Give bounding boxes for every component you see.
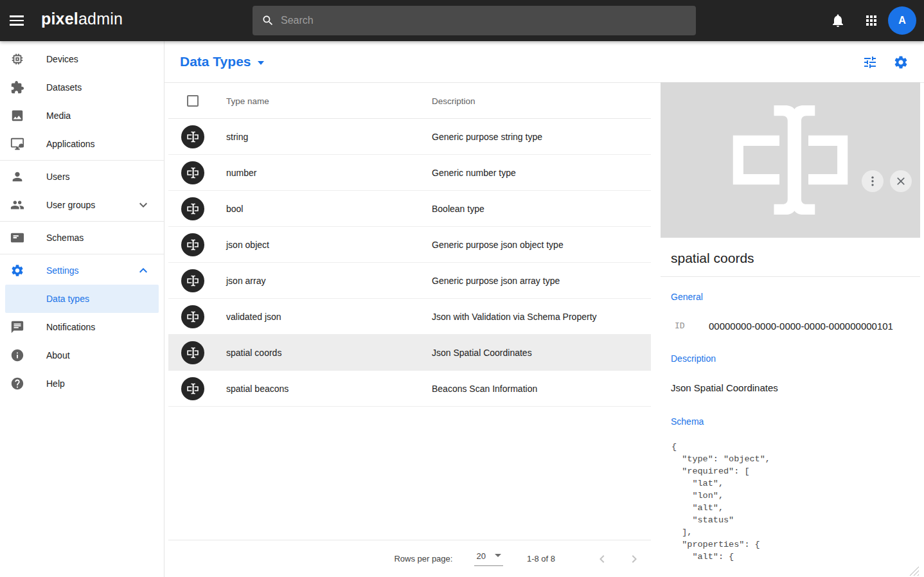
select-all-checkbox[interactable] [187, 95, 199, 107]
column-header-type-name: Type name [226, 96, 432, 106]
type-name-cell: json object [226, 240, 432, 250]
data-type-icon [181, 161, 204, 184]
help-icon [10, 376, 25, 391]
data-types-table: Type name Description string Generic pur… [168, 84, 651, 577]
search-bar[interactable] [253, 6, 696, 35]
table-header-row: Type name Description [168, 84, 651, 119]
description-cell: Beacons Scan Information [432, 384, 537, 394]
type-name-cell: bool [226, 204, 432, 214]
rows-per-page-select[interactable]: 20 [474, 551, 502, 566]
sidebar-item-datasets[interactable]: Datasets [0, 73, 164, 102]
data-type-icon [181, 233, 204, 256]
sidebar-item-label: Media [46, 111, 71, 121]
resize-grip-icon[interactable] [908, 565, 920, 576]
chevron-up-icon[interactable] [136, 263, 151, 278]
pagination-range: 1-8 of 8 [527, 554, 555, 564]
sidebar: Devices Datasets Media Applications User… [0, 41, 164, 577]
sidebar-item-label: User groups [46, 200, 95, 210]
caret-down-icon [258, 61, 264, 65]
rows-per-page-label: Rows per page: [394, 554, 452, 564]
sidebar-item-data-types[interactable]: Data types [5, 285, 159, 313]
sidebar-divider [0, 254, 164, 254]
gear-icon [10, 263, 25, 278]
chevron-down-icon[interactable] [136, 197, 151, 213]
sidebar-item-user-groups[interactable]: User groups [0, 191, 164, 219]
column-header-description: Description [432, 96, 475, 106]
search-input[interactable] [281, 15, 687, 26]
sidebar-item-label: Data types [46, 294, 89, 304]
sidebar-item-schemas[interactable]: Schemas [0, 224, 164, 252]
data-type-icon [181, 341, 204, 364]
memory-icon [10, 51, 25, 67]
sidebar-item-label: Datasets [46, 82, 82, 93]
table-row[interactable]: bool Boolean type [168, 191, 651, 227]
user-avatar[interactable]: A [888, 6, 916, 35]
sidebar-item-label: About [46, 350, 70, 360]
description-cell: Generic purpose string type [432, 132, 542, 142]
table-row[interactable]: spatial beacons Beacons Scan Information [168, 371, 651, 407]
table-row[interactable]: number Generic number type [168, 155, 651, 191]
data-type-icon [181, 377, 204, 400]
app-logo: pixeladmin [41, 10, 123, 28]
app-window: pixeladmin A Devices Datasets Media Appl… [0, 0, 924, 577]
table-row[interactable]: json object Generic purpose json object … [168, 227, 651, 263]
detail-title: spatial coords [661, 238, 920, 277]
schema-code-block: { "type": "object", "required": [ "lat",… [671, 441, 910, 563]
person-icon [10, 169, 25, 184]
previous-page-icon[interactable] [594, 551, 610, 567]
type-name-cell: spatial coords [226, 348, 432, 358]
apps-grid-icon[interactable] [864, 13, 879, 28]
next-page-icon[interactable] [626, 551, 642, 567]
filter-tune-icon[interactable] [862, 55, 878, 70]
description-cell: Generic number type [432, 168, 516, 178]
description-value: Json Spatial Coordinates [671, 382, 910, 393]
sidebar-item-label: Help [46, 378, 65, 389]
description-cell: Json Spatial Coordinates [432, 348, 532, 358]
description-cell: Json with Validation via Schema Property [432, 312, 597, 322]
notifications-bell-icon[interactable] [830, 13, 846, 28]
caret-down-icon [495, 554, 501, 557]
type-name-cell: validated json [226, 312, 432, 322]
page-title-dropdown[interactable]: Data Types [180, 54, 264, 69]
settings-gear-icon[interactable] [893, 55, 909, 70]
table-row[interactable]: json array Generic purpose json array ty… [168, 263, 651, 299]
data-type-large-icon [725, 94, 856, 226]
sidebar-item-label: Devices [46, 54, 78, 64]
sidebar-item-label: Users [46, 172, 70, 182]
topbar: pixeladmin A [0, 0, 924, 41]
sidebar-divider [0, 221, 164, 222]
brand-bold: pixel [41, 10, 78, 28]
schema-icon [10, 230, 25, 245]
section-label-schema: Schema [671, 416, 910, 427]
page-header: Data Types [164, 41, 924, 83]
table-row[interactable]: string Generic purpose string type [168, 119, 651, 155]
description-cell: Boolean type [432, 204, 484, 214]
puzzle-icon [10, 80, 25, 95]
sidebar-item-applications[interactable]: Applications [0, 130, 164, 158]
description-cell: Generic purpose json array type [432, 276, 560, 286]
people-icon [10, 197, 25, 213]
sidebar-item-about[interactable]: About [0, 341, 164, 369]
table-row-selected[interactable]: spatial coords Json Spatial Coordinates [168, 335, 651, 371]
sidebar-item-devices[interactable]: Devices [0, 45, 164, 73]
description-cell: Generic purpose json object type [432, 240, 564, 250]
sidebar-item-media[interactable]: Media [0, 102, 164, 130]
sidebar-item-users[interactable]: Users [0, 163, 164, 191]
page-title: Data Types [180, 54, 251, 69]
brand-light: admin [78, 10, 123, 28]
sidebar-item-help[interactable]: Help [0, 369, 164, 398]
sidebar-item-label: Schemas [46, 233, 84, 243]
section-label-general: General [671, 292, 910, 302]
close-button[interactable] [890, 170, 912, 192]
menu-icon[interactable] [9, 13, 24, 28]
sidebar-item-settings[interactable]: Settings [0, 256, 164, 285]
sidebar-divider [0, 160, 164, 161]
type-name-cell: string [226, 132, 432, 142]
type-name-cell: json array [226, 276, 432, 286]
id-label: ID [675, 321, 709, 331]
table-row[interactable]: validated json Json with Validation via … [168, 299, 651, 335]
image-icon [10, 108, 25, 123]
type-name-cell: number [226, 168, 432, 178]
more-options-button[interactable] [862, 170, 884, 192]
sidebar-item-notifications[interactable]: Notifications [0, 313, 164, 341]
